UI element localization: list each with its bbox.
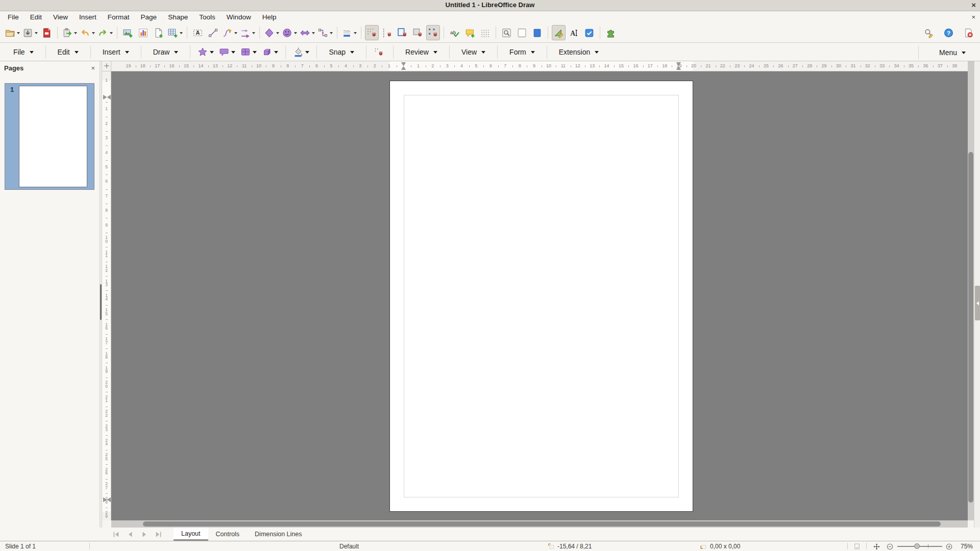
extension-menu-button[interactable]: Extension xyxy=(552,45,606,59)
dropdown-arrow-icon[interactable] xyxy=(350,51,354,56)
dropdown-arrow-icon[interactable] xyxy=(231,51,235,56)
splitter-grip[interactable] xyxy=(100,284,102,320)
dropdown-arrow-icon[interactable] xyxy=(274,51,278,56)
shadow-button[interactable] xyxy=(341,25,357,40)
form-checkbox-button[interactable] xyxy=(582,25,596,40)
dropdown-arrow-icon[interactable] xyxy=(276,32,279,36)
page-thumbnail[interactable]: 1 xyxy=(5,83,94,190)
menu-insert[interactable]: Insert xyxy=(74,12,102,22)
horizontal-scrollbar-thumb[interactable] xyxy=(143,521,941,527)
zoom-in-icon[interactable] xyxy=(945,543,953,551)
dropdown-arrow-icon[interactable] xyxy=(433,51,437,56)
edit-menu-button[interactable]: Edit xyxy=(51,45,86,59)
insert-table-button[interactable] xyxy=(167,25,183,40)
paste-button[interactable] xyxy=(61,25,78,40)
menu-edit[interactable]: Edit xyxy=(24,12,47,22)
snap-menu-button[interactable]: Snap xyxy=(322,45,361,59)
drawing-page[interactable] xyxy=(389,81,693,512)
horizontal-scrollbar[interactable] xyxy=(111,520,968,528)
insert-curve-button[interactable] xyxy=(222,25,238,40)
dropdown-arrow-icon[interactable] xyxy=(125,51,129,56)
dropdown-arrow-icon[interactable] xyxy=(110,32,113,36)
ruler-margin-marker-icon[interactable] xyxy=(103,497,111,502)
fit-slide-icon[interactable] xyxy=(873,543,880,551)
lines-arrows-button[interactable] xyxy=(239,25,256,40)
snap-points-button[interactable] xyxy=(426,25,440,40)
nav-first-page-button[interactable] xyxy=(111,529,121,539)
vertical-scrollbar-thumb[interactable] xyxy=(968,152,973,503)
dropdown-arrow-icon[interactable] xyxy=(180,32,183,36)
nav-last-page-button[interactable] xyxy=(153,529,163,539)
help-button[interactable]: ? xyxy=(942,26,955,41)
ruler-margin-marker-icon[interactable] xyxy=(676,62,681,70)
ruler-margin-marker-icon[interactable] xyxy=(103,95,111,99)
menu-shape[interactable]: Shape xyxy=(162,12,193,22)
dropdown-arrow-icon[interactable] xyxy=(35,32,38,36)
snap-grid-button[interactable] xyxy=(365,25,379,40)
dropdown-arrow-icon[interactable] xyxy=(253,51,257,56)
shapes-callout-menu-button[interactable] xyxy=(216,45,238,59)
snap-mini-menu-button[interactable] xyxy=(371,45,388,59)
tab-layout[interactable]: Layout xyxy=(174,528,208,541)
dropdown-arrow-icon[interactable] xyxy=(354,32,357,36)
menu-file[interactable]: File xyxy=(2,12,24,22)
view-menu-button[interactable]: View xyxy=(454,45,493,59)
menu-window[interactable]: Window xyxy=(221,12,257,22)
view-normal-button[interactable] xyxy=(515,25,529,40)
page-style[interactable]: Default xyxy=(339,543,359,550)
redo-button[interactable] xyxy=(97,25,113,40)
dropdown-arrow-icon[interactable] xyxy=(74,32,77,36)
draw-functions-button[interactable] xyxy=(552,25,566,40)
draw-menu-button[interactable]: Draw xyxy=(146,45,186,59)
tab-controls[interactable]: Controls xyxy=(208,528,248,541)
dropdown-arrow-icon[interactable] xyxy=(252,32,255,36)
display-grid-button[interactable] xyxy=(478,25,492,40)
vertical-scrollbar[interactable] xyxy=(968,61,974,520)
undo-button[interactable] xyxy=(79,25,95,40)
export-pdf-button[interactable] xyxy=(40,25,54,40)
symbol-shapes-button[interactable] xyxy=(281,25,298,40)
text-attributes-button[interactable]: A xyxy=(567,25,581,40)
menu-help[interactable]: Help xyxy=(257,12,282,22)
nav-prev-page-button[interactable] xyxy=(125,529,135,539)
block-arrows-button[interactable] xyxy=(299,25,315,40)
window-close-icon[interactable] xyxy=(971,1,976,9)
snap-guides-button[interactable] xyxy=(380,25,394,40)
dropdown-arrow-icon[interactable] xyxy=(312,32,315,36)
menu-view[interactable]: View xyxy=(47,12,74,22)
dropdown-arrow-icon[interactable] xyxy=(481,51,485,56)
save-button[interactable] xyxy=(22,25,38,40)
nav-next-page-button[interactable] xyxy=(139,529,149,539)
dropdown-arrow-icon[interactable] xyxy=(174,51,178,56)
insert-textbox-button[interactable]: A xyxy=(191,25,205,40)
zoom-button[interactable] xyxy=(500,25,513,40)
form-menu-button[interactable]: Form xyxy=(502,45,542,59)
dropdown-arrow-icon[interactable] xyxy=(330,32,333,36)
dropdown-arrow-icon[interactable] xyxy=(234,32,237,36)
titlebar[interactable]: Untitled 1 - LibreOffice Draw xyxy=(0,0,980,11)
insert-line-button[interactable] xyxy=(206,25,220,40)
dropdown-arrow-icon[interactable] xyxy=(294,32,297,36)
menu-tools[interactable]: Tools xyxy=(193,12,221,22)
new-page-button[interactable] xyxy=(152,25,165,40)
shapes-flowchart-menu-button[interactable] xyxy=(238,45,259,59)
dropdown-arrow-icon[interactable] xyxy=(210,51,214,56)
drawing-canvas[interactable] xyxy=(111,71,968,520)
review-menu-button[interactable]: Review xyxy=(398,45,445,59)
open-folder-button[interactable] xyxy=(4,25,20,40)
ruler-margin-marker-icon[interactable] xyxy=(401,62,406,70)
fill-color-menu-button[interactable] xyxy=(290,45,312,59)
view-master-button[interactable] xyxy=(530,25,544,40)
insert-menu-button[interactable]: Insert xyxy=(95,45,136,59)
close-document-button[interactable] xyxy=(962,26,975,41)
menu-page[interactable]: Page xyxy=(135,12,163,22)
snap-borders-button[interactable] xyxy=(411,25,425,40)
insert-comment-button[interactable] xyxy=(463,25,477,40)
zoom-slider-thumb[interactable] xyxy=(914,543,920,549)
dropdown-arrow-icon[interactable] xyxy=(92,32,95,36)
zoom-slider-track[interactable] xyxy=(897,546,942,547)
spelling-button[interactable]: ab xyxy=(448,25,461,40)
shapes-3d-menu-button[interactable] xyxy=(259,45,281,59)
basic-shapes-button[interactable] xyxy=(263,25,280,40)
snap-margins-button[interactable] xyxy=(396,25,409,40)
